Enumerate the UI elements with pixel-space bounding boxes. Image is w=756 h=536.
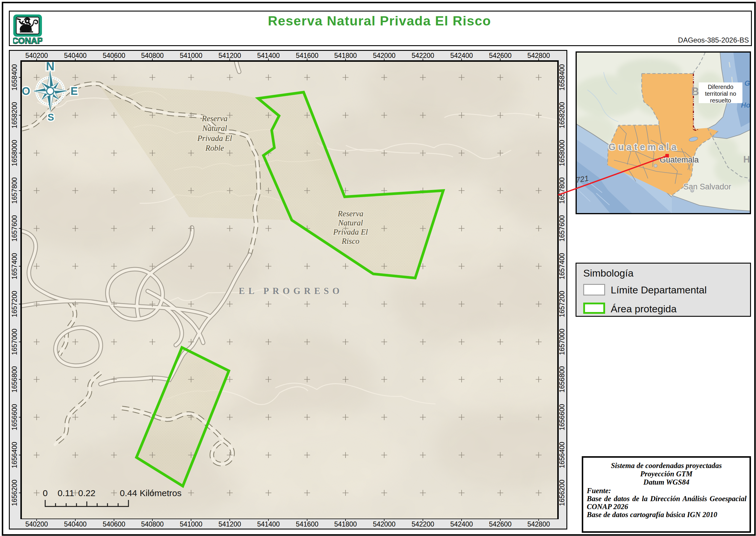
svg-text:Hon: Hon xyxy=(741,101,751,109)
svg-text:541800: 541800 xyxy=(334,520,357,528)
svg-text:Guatemala: Guatemala xyxy=(660,155,699,164)
svg-text:542400: 542400 xyxy=(450,520,473,528)
svg-text:1658000: 1658000 xyxy=(11,140,18,166)
svg-text:0.44: 0.44 xyxy=(120,488,137,498)
svg-text:541000: 541000 xyxy=(180,52,203,59)
svg-text:1656200: 1656200 xyxy=(558,480,566,506)
svg-text:541200: 541200 xyxy=(219,520,241,528)
svg-text:1657800: 1657800 xyxy=(11,177,18,204)
svg-text:540200: 540200 xyxy=(25,520,48,528)
svg-text:541200: 541200 xyxy=(219,52,241,59)
svg-text:1657000: 1657000 xyxy=(558,329,566,355)
svg-text:1656400: 1656400 xyxy=(558,442,566,468)
svg-text:Risco: Risco xyxy=(341,237,360,246)
svg-text:540600: 540600 xyxy=(103,520,126,528)
svg-text:Reserva: Reserva xyxy=(337,209,363,218)
svg-text:Diferendo: Diferendo xyxy=(708,84,734,90)
svg-text:San Salvador: San Salvador xyxy=(683,182,731,191)
svg-text:0.11: 0.11 xyxy=(58,488,74,498)
svg-text:1657200: 1657200 xyxy=(558,291,566,318)
svg-text:542000: 542000 xyxy=(373,52,396,59)
svg-text:1658200: 1658200 xyxy=(11,102,18,128)
svg-text:Privada El: Privada El xyxy=(333,227,368,236)
svg-text:Kilómetros: Kilómetros xyxy=(140,488,182,498)
svg-text:1656400: 1656400 xyxy=(11,442,18,468)
svg-text:542200: 542200 xyxy=(412,520,434,528)
svg-text:540200: 540200 xyxy=(25,52,48,59)
svg-text:542400: 542400 xyxy=(450,52,473,59)
svg-text:540800: 540800 xyxy=(141,52,164,59)
svg-text:542200: 542200 xyxy=(412,52,434,59)
svg-text:G: G xyxy=(744,79,750,87)
svg-text:territorial no: territorial no xyxy=(705,90,736,97)
svg-text:resuelto: resuelto xyxy=(710,97,731,104)
svg-text:1658200: 1658200 xyxy=(558,102,566,128)
svg-text:1657400: 1657400 xyxy=(11,253,18,280)
svg-text:542000: 542000 xyxy=(373,520,396,528)
svg-text:540400: 540400 xyxy=(64,52,87,59)
svg-text:B: B xyxy=(691,85,699,97)
svg-text:0.22: 0.22 xyxy=(78,488,95,498)
svg-text:O: O xyxy=(22,85,30,97)
svg-text:1658000: 1658000 xyxy=(558,140,566,166)
svg-text:1656800: 1656800 xyxy=(558,366,566,393)
svg-text:1656600: 1656600 xyxy=(558,404,566,430)
svg-text:540400: 540400 xyxy=(64,520,87,528)
svg-text:542600: 542600 xyxy=(489,520,512,528)
svg-text:1656800: 1656800 xyxy=(11,366,18,393)
svg-text:542800: 542800 xyxy=(527,520,550,528)
svg-text:540600: 540600 xyxy=(103,52,126,59)
svg-text:Roble: Roble xyxy=(205,144,224,152)
svg-text:EL PROGRESO: EL PROGRESO xyxy=(238,286,343,296)
svg-text:1656600: 1656600 xyxy=(11,404,18,430)
svg-text:541600: 541600 xyxy=(296,520,319,528)
svg-text:1657800: 1657800 xyxy=(558,177,566,204)
svg-text:1657000: 1657000 xyxy=(11,329,18,355)
svg-text:Privada El: Privada El xyxy=(197,134,232,143)
svg-text:541800: 541800 xyxy=(334,52,357,59)
svg-text:0: 0 xyxy=(43,488,48,498)
svg-text:541400: 541400 xyxy=(257,52,280,59)
svg-text:540800: 540800 xyxy=(141,520,164,528)
svg-text:Natural: Natural xyxy=(202,124,227,133)
svg-text:N: N xyxy=(46,62,55,73)
svg-text:S: S xyxy=(47,112,54,123)
svg-text:E: E xyxy=(71,85,78,97)
svg-text:Guatemala: Guatemala xyxy=(608,142,679,152)
svg-text:Reserva: Reserva xyxy=(202,114,228,123)
svg-text:1656200: 1656200 xyxy=(11,480,18,506)
svg-text:542600: 542600 xyxy=(489,52,512,59)
svg-text:1657600: 1657600 xyxy=(558,215,566,242)
svg-text:1658400: 1658400 xyxy=(11,64,18,91)
svg-text:542800: 542800 xyxy=(527,52,550,59)
svg-text:Natural: Natural xyxy=(338,218,363,227)
svg-text:1657600: 1657600 xyxy=(11,215,18,242)
svg-text:1657200: 1657200 xyxy=(11,291,18,318)
svg-text:1658400: 1658400 xyxy=(558,64,566,91)
svg-text:541400: 541400 xyxy=(257,520,280,528)
svg-text:CONAP: CONAP xyxy=(13,36,43,45)
svg-text:541000: 541000 xyxy=(180,520,203,528)
svg-text:1657400: 1657400 xyxy=(558,253,566,280)
svg-text:541600: 541600 xyxy=(296,52,319,59)
